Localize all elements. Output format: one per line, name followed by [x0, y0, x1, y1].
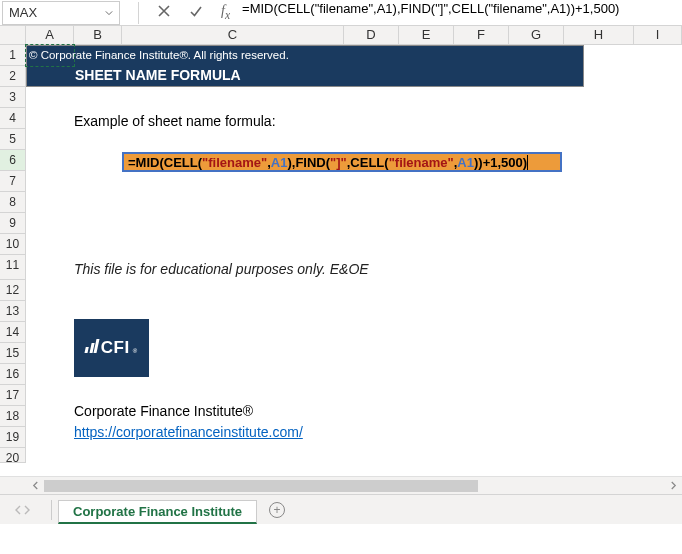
- new-sheet-button[interactable]: +: [263, 496, 291, 524]
- select-all-corner[interactable]: [0, 26, 26, 44]
- col-header[interactable]: D: [344, 26, 399, 44]
- col-header[interactable]: A: [26, 26, 74, 44]
- col-header[interactable]: C: [122, 26, 344, 44]
- logo-text: CFI: [101, 338, 130, 358]
- col-header[interactable]: B: [74, 26, 122, 44]
- org-name: Corporate Finance Institute®: [74, 403, 253, 419]
- name-box-dropdown-icon[interactable]: [101, 2, 117, 24]
- row-header[interactable]: 14: [0, 322, 25, 343]
- scroll-right-icon[interactable]: [664, 477, 682, 495]
- row-header[interactable]: 9: [0, 213, 25, 234]
- tab-prev-icon[interactable]: [14, 505, 22, 515]
- spreadsheet-grid: A B C D E F G H I 1 2 3 4 5 6 7 8 9 10 1…: [0, 26, 682, 524]
- cancel-icon[interactable]: [157, 4, 171, 21]
- row-header[interactable]: 1: [0, 45, 25, 66]
- sheet-tab-strip: Corporate Finance Institute +: [0, 494, 682, 524]
- example-label: Example of sheet name formula:: [74, 113, 276, 129]
- enter-icon[interactable]: [189, 4, 203, 21]
- formula-bar-buttons: [149, 4, 211, 21]
- fx-icon[interactable]: fx: [221, 3, 230, 22]
- row-header[interactable]: 20: [0, 448, 25, 463]
- logo-trademark: ®: [133, 348, 137, 354]
- col-header[interactable]: I: [634, 26, 682, 44]
- tab-next-icon[interactable]: [23, 505, 31, 515]
- scrollbar-track[interactable]: [44, 479, 664, 493]
- cells-area[interactable]: © Corporate Finance Institute®. All righ…: [26, 45, 682, 463]
- row-header[interactable]: 5: [0, 129, 25, 150]
- row-header[interactable]: 16: [0, 364, 25, 385]
- tab-nav-buttons[interactable]: [0, 505, 45, 515]
- row-header[interactable]: 6: [0, 150, 25, 171]
- row-header[interactable]: 4: [0, 108, 25, 129]
- scrollbar-thumb[interactable]: [44, 480, 478, 492]
- col-header[interactable]: E: [399, 26, 454, 44]
- copyright-text: © Corporate Finance Institute®. All righ…: [27, 46, 583, 64]
- sheet-tab-label: Corporate Finance Institute: [73, 504, 242, 519]
- formula-bar-input[interactable]: =MID(CELL("filename",A1),FIND("]",CELL("…: [238, 1, 682, 25]
- row-header[interactable]: 10: [0, 234, 25, 255]
- row-header[interactable]: 18: [0, 406, 25, 427]
- row-header[interactable]: 7: [0, 171, 25, 192]
- row-header[interactable]: 3: [0, 87, 25, 108]
- row-header[interactable]: 17: [0, 385, 25, 406]
- row-header[interactable]: 8: [0, 192, 25, 213]
- scroll-left-icon[interactable]: [26, 477, 44, 495]
- plus-icon: +: [269, 502, 285, 518]
- row-header[interactable]: 19: [0, 427, 25, 448]
- row-header[interactable]: 2: [0, 66, 25, 87]
- divider: [51, 500, 52, 520]
- org-link[interactable]: https://corporatefinanceinstitute.com/: [74, 424, 303, 440]
- column-headers: A B C D E F G H I: [0, 26, 682, 45]
- formula-bar-row: MAX fx =MID(CELL("filename",A1),FIND("]"…: [0, 0, 682, 26]
- sheet-tab-active[interactable]: Corporate Finance Institute: [58, 500, 257, 524]
- row-headers: 1 2 3 4 5 6 7 8 9 10 11 12 13 14 15 16 1…: [0, 45, 26, 463]
- name-box[interactable]: MAX: [2, 1, 120, 25]
- banner-title: SHEET NAME FORMULA: [27, 64, 583, 86]
- col-header[interactable]: H: [564, 26, 634, 44]
- row-header[interactable]: 15: [0, 343, 25, 364]
- cfi-logo: CFI®: [74, 319, 149, 377]
- logo-bars-icon: [84, 339, 99, 353]
- row-header[interactable]: 11: [0, 255, 25, 280]
- disclaimer-text: This file is for educational purposes on…: [74, 261, 369, 277]
- horizontal-scrollbar[interactable]: [0, 476, 682, 494]
- divider: [138, 2, 139, 24]
- active-cell-c6[interactable]: =MID(CELL("filename",A1),FIND("]",CELL("…: [122, 152, 562, 172]
- col-header[interactable]: G: [509, 26, 564, 44]
- row-header[interactable]: 12: [0, 280, 25, 301]
- col-header[interactable]: F: [454, 26, 509, 44]
- title-banner: © Corporate Finance Institute®. All righ…: [26, 45, 584, 87]
- name-box-value: MAX: [9, 5, 37, 20]
- row-header[interactable]: 13: [0, 301, 25, 322]
